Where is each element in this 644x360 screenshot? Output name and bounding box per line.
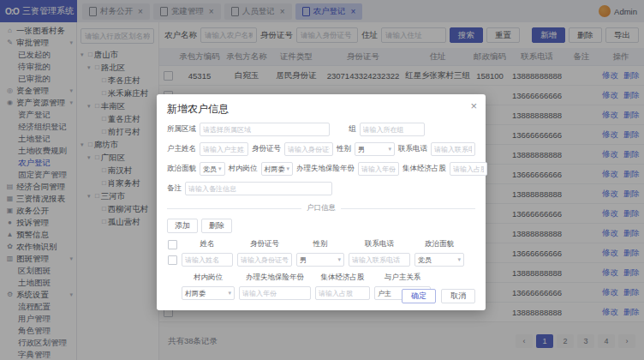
insurance-year-label: 办理失地保险年份 <box>296 164 355 174</box>
member-relation-value: 户主 <box>378 289 391 298</box>
member-grid-header-2: 村内岗位 办理失地保险年份 集体经济占股 与户主关系 <box>182 273 475 283</box>
remark-label: 备注 <box>167 183 182 194</box>
owner-phone-field[interactable] <box>431 142 475 156</box>
member-position-select[interactable]: 村两委 ▾ <box>182 286 235 300</box>
group-field-label: 组 <box>349 124 356 135</box>
chevron-down-icon: ▾ <box>388 146 391 153</box>
political-select[interactable]: 党员 ▾ <box>200 162 225 176</box>
member-id-field[interactable] <box>237 253 292 267</box>
member-row-checkbox[interactable] <box>168 255 177 265</box>
household-section-divider: 户口信息 <box>167 203 475 213</box>
owner-id-label: 身份证号 <box>252 144 281 154</box>
close-icon[interactable]: × <box>470 99 477 112</box>
owner-id-field[interactable] <box>284 142 333 156</box>
owner-name-label: 户主姓名 <box>167 144 196 154</box>
gender-select[interactable]: 男 ▾ <box>355 142 395 156</box>
member-equity-header: 集体经济占股 <box>315 273 370 283</box>
political-value: 党员 <box>203 165 217 174</box>
position-value: 村两委 <box>265 165 285 174</box>
remark-field[interactable] <box>185 182 332 195</box>
member-id-header: 身份证号 <box>237 239 292 249</box>
member-insurance-header: 办理失地保险年份 <box>239 273 311 283</box>
chevron-down-icon: ▾ <box>218 165 222 172</box>
member-gender-header: 性别 <box>296 239 344 249</box>
member-name-field[interactable] <box>182 253 233 267</box>
member-position-header: 村内岗位 <box>182 273 235 283</box>
app-root: O:O 三资管理系统 村务公开×党建管理×人员登记×农户登记× Admin ⌂一… <box>0 0 644 360</box>
member-name-header: 姓名 <box>182 239 233 249</box>
position-label: 村内岗位 <box>229 164 258 174</box>
member-add-button[interactable]: 添加 <box>167 219 198 233</box>
member-gender-value: 男 <box>300 255 307 265</box>
region-field-label: 所属区域 <box>167 124 196 135</box>
member-equity-field[interactable] <box>315 286 370 300</box>
political-label: 政治面貌 <box>167 164 196 174</box>
chevron-down-icon: ▾ <box>457 256 461 263</box>
owner-name-field[interactable] <box>200 142 248 156</box>
member-phone-field[interactable] <box>349 253 410 267</box>
member-political-value: 党员 <box>418 255 432 265</box>
chevron-down-icon: ▾ <box>337 256 341 263</box>
member-grid-header: 姓名 身份证号 性别 联系电话 政治面貌 <box>167 239 475 249</box>
gender-label: 性别 <box>337 144 351 154</box>
owner-phone-label: 联系电话 <box>398 144 427 154</box>
member-position-value: 村两委 <box>185 289 206 298</box>
member-delete-button[interactable]: 删除 <box>201 219 232 233</box>
cancel-button[interactable]: 取消 <box>441 289 475 303</box>
confirm-button[interactable]: 确定 <box>402 289 436 303</box>
chevron-down-icon: ▾ <box>287 165 290 172</box>
modal-footer: 确定 取消 <box>402 289 475 303</box>
equity-label: 集体经济占股 <box>402 164 446 174</box>
household-section-title: 户口信息 <box>307 203 336 213</box>
insurance-year-field[interactable] <box>358 162 399 176</box>
equity-field[interactable] <box>450 162 487 176</box>
region-field[interactable] <box>200 123 330 136</box>
member-gender-select[interactable]: 男 ▾ <box>296 253 344 267</box>
member-political-header: 政治面貌 <box>414 239 464 249</box>
chevron-down-icon: ▾ <box>228 290 231 297</box>
add-farmer-modal: 新增农户信息 × 所属区域 组 户主姓名 身份证号 性别 男 ▾ 联系电话 政治… <box>157 94 486 310</box>
gender-value: 男 <box>358 145 365 154</box>
member-insurance-field[interactable] <box>239 286 311 300</box>
member-header-checkbox[interactable] <box>168 240 177 249</box>
member-political-select[interactable]: 党员 ▾ <box>414 253 464 267</box>
group-field[interactable] <box>360 123 425 136</box>
member-grid-row: 男 ▾ 党员 ▾ <box>167 253 475 267</box>
member-phone-header: 联系电话 <box>349 239 410 249</box>
position-select[interactable]: 村两委 ▾ <box>261 162 294 176</box>
modal-title: 新增农户信息 <box>167 102 475 117</box>
member-relation-header: 与户主关系 <box>374 273 431 283</box>
